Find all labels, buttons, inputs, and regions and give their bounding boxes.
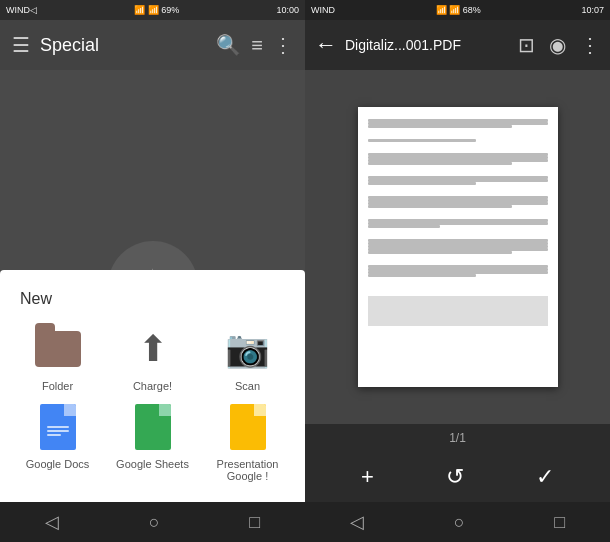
left-toolbar: ☰ Special 🔍 ≡ ⋮ bbox=[0, 20, 305, 70]
google-docs-item[interactable]: Google Docs bbox=[18, 402, 98, 482]
back-button[interactable]: ← bbox=[315, 32, 337, 58]
google-sheets-icon bbox=[135, 404, 171, 450]
left-carrier: WIND◁ bbox=[6, 5, 37, 15]
folder-label: Folder bbox=[42, 380, 73, 392]
charge-upload-item[interactable]: ⬆ Charge! bbox=[113, 324, 193, 392]
gdocs-label: Google Docs bbox=[26, 458, 90, 470]
left-panel: ☰ Special 🔍 ≡ ⋮ ★ New Folder bbox=[0, 20, 305, 542]
crop-icon[interactable]: ⊡ bbox=[518, 33, 535, 57]
list-view-icon[interactable]: ≡ bbox=[251, 34, 263, 57]
status-bar-left: WIND◁ 📶 📶 69% 10:00 bbox=[0, 0, 305, 20]
search-icon[interactable]: 🔍 bbox=[216, 33, 241, 57]
home-nav-icon-left[interactable]: ○ bbox=[149, 512, 160, 533]
right-panel: ← Digitaliz...001.PDF ⊡ ◉ ⋮ bbox=[305, 20, 610, 542]
recent-nav-icon-right[interactable]: □ bbox=[554, 512, 565, 533]
left-time: 10:00 bbox=[276, 5, 299, 15]
left-toolbar-title: Special bbox=[40, 35, 206, 56]
pdf-filename: Digitaliz...001.PDF bbox=[345, 37, 510, 53]
camera-icon-wrap: 📷 bbox=[223, 324, 273, 374]
presentation-label: Presentation Google ! bbox=[208, 458, 288, 482]
gdocs-icon-wrap bbox=[33, 402, 83, 452]
back-nav-icon-left[interactable]: ◁ bbox=[45, 511, 59, 533]
right-status-icons: 📶 📶 68% bbox=[436, 5, 481, 15]
page-number: 1/1 bbox=[449, 431, 466, 445]
gslide-icon-wrap bbox=[223, 402, 273, 452]
scan-item[interactable]: 📷 Scan bbox=[208, 324, 288, 392]
bottom-nav-right: ◁ ○ □ bbox=[305, 502, 610, 542]
upload-icon: ⬆ bbox=[138, 328, 168, 370]
confirm-button[interactable]: ✓ bbox=[536, 464, 554, 490]
home-nav-icon-right[interactable]: ○ bbox=[454, 512, 465, 533]
more-options-icon[interactable]: ⋮ bbox=[273, 33, 293, 57]
recent-nav-icon-left[interactable]: □ bbox=[249, 512, 260, 533]
sheet-row-2: Google Docs Google Sheets Presentation G… bbox=[10, 402, 295, 482]
palette-icon[interactable]: ◉ bbox=[549, 33, 566, 57]
upload-icon-wrap: ⬆ bbox=[128, 324, 178, 374]
gsheets-label: Google Sheets bbox=[116, 458, 189, 470]
left-status-icons: 📶 📶 69% bbox=[134, 5, 179, 15]
pdf-image-placeholder bbox=[368, 296, 548, 326]
right-time: 10:07 bbox=[581, 5, 604, 15]
main-area: ☰ Special 🔍 ≡ ⋮ ★ New Folder bbox=[0, 20, 610, 542]
presentation-icon bbox=[230, 404, 266, 450]
sheet-title: New bbox=[10, 290, 295, 308]
gsheets-icon-wrap bbox=[128, 402, 178, 452]
pdf-content bbox=[368, 119, 548, 326]
scan-label: Scan bbox=[235, 380, 260, 392]
pdf-viewer bbox=[305, 70, 610, 424]
presentation-item[interactable]: Presentation Google ! bbox=[208, 402, 288, 482]
status-bar-right: WIND 📶 📶 68% 10:07 bbox=[305, 0, 610, 20]
pdf-page bbox=[358, 107, 558, 387]
status-bars: WIND◁ 📶 📶 69% 10:00 WIND 📶 📶 68% 10:07 bbox=[0, 0, 610, 20]
rotate-button[interactable]: ↺ bbox=[446, 464, 464, 490]
charge-label: Charge! bbox=[133, 380, 172, 392]
right-more-options-icon[interactable]: ⋮ bbox=[580, 33, 600, 57]
right-toolbar: ← Digitaliz...001.PDF ⊡ ◉ ⋮ bbox=[305, 20, 610, 70]
folder-icon-wrap bbox=[33, 324, 83, 374]
folder-icon bbox=[35, 331, 81, 367]
page-indicator: 1/1 bbox=[305, 424, 610, 452]
right-toolbar-icons: ⊡ ◉ ⋮ bbox=[518, 33, 600, 57]
camera-icon: 📷 bbox=[225, 328, 270, 370]
google-sheets-item[interactable]: Google Sheets bbox=[113, 402, 193, 482]
new-item-sheet: New Folder ⬆ Charge! bbox=[0, 270, 305, 502]
menu-icon[interactable]: ☰ bbox=[12, 33, 30, 57]
new-folder-item[interactable]: Folder bbox=[18, 324, 98, 392]
pdf-action-bar: + ↺ ✓ bbox=[305, 452, 610, 502]
bottom-nav-left: ◁ ○ □ bbox=[0, 502, 305, 542]
google-docs-icon bbox=[40, 404, 76, 450]
right-carrier: WIND bbox=[311, 5, 335, 15]
sheet-row-1: Folder ⬆ Charge! 📷 Scan bbox=[10, 324, 295, 392]
back-nav-icon-right[interactable]: ◁ bbox=[350, 511, 364, 533]
add-page-button[interactable]: + bbox=[361, 464, 374, 490]
